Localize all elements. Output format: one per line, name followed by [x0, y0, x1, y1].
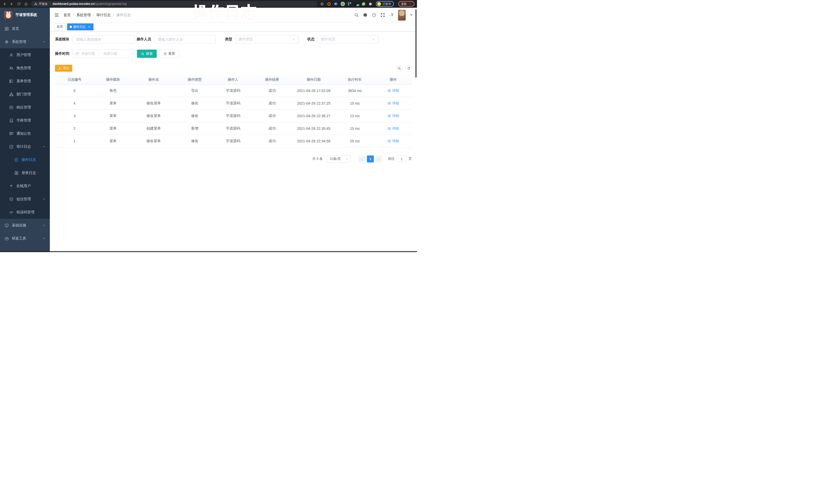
help-icon[interactable]: ? [372, 13, 376, 17]
github-icon[interactable] [363, 13, 367, 17]
view-detail-link[interactable]: 详细 [388, 114, 399, 118]
sidebar-item-dev-tools[interactable]: 研发工具 [0, 232, 50, 245]
sidebar-logo[interactable]: 芋道管理系统 [0, 8, 50, 22]
browser-menu-icon[interactable]: ⋮ [409, 2, 412, 5]
forward-icon[interactable] [10, 2, 14, 6]
bookmark-star-icon[interactable] [320, 2, 324, 6]
view-detail-link[interactable]: 详细 [388, 139, 399, 144]
sidebar-item-infrastructure[interactable]: 基础设施 [0, 219, 50, 232]
sidebar-item-dict-management[interactable]: 字典管理 [0, 114, 50, 127]
cell-action: 详细 [375, 97, 412, 109]
column-header: 日志编号 [55, 75, 94, 84]
refresh-table-button[interactable] [405, 65, 412, 71]
sidebar-item-post-management[interactable]: 岗位管理 [0, 101, 50, 114]
status-label: 状态 [307, 37, 314, 42]
view-detail-link[interactable]: 详细 [388, 126, 399, 131]
screen: 不安全 dashboard.yudao.iocoder.cn /system/l… [0, 0, 417, 252]
tab-home[interactable]: 首页 [54, 23, 66, 30]
extension-icon-1[interactable] [327, 2, 331, 6]
date-separator: - [98, 52, 100, 56]
reload-icon[interactable] [17, 2, 21, 6]
sidebar-item-home[interactable]: 首页 [0, 22, 50, 35]
date-range-picker[interactable]: 开始日期 - 结束日期 [72, 50, 135, 58]
sidebar-item-label: 操作日志 [22, 157, 36, 162]
sidebar-collapse-icon[interactable] [54, 13, 59, 18]
sidebar-item-notice[interactable]: 通知公告 [0, 127, 50, 140]
end-date-placeholder[interactable]: 结束日期 [104, 51, 117, 56]
cell: 新增 [175, 122, 214, 135]
module-label: 系统模块 [55, 37, 69, 42]
tab-operate-log[interactable]: 操作日志× [67, 23, 93, 30]
sidebar-item-label: 岗位管理 [17, 105, 31, 110]
close-icon[interactable]: × [87, 25, 91, 28]
sidebar-item-sms-management[interactable]: 短信管理 [0, 193, 50, 205]
export-button[interactable]: 导出 [55, 65, 72, 72]
cell: 芋道源码 [214, 85, 252, 97]
reset-button[interactable]: 重置 [159, 50, 179, 58]
sidebar-item-online-user[interactable]: 在线用户 [0, 179, 50, 193]
extension-icon-4[interactable] [348, 2, 352, 6]
view-detail-link[interactable]: 详细 [388, 101, 399, 106]
cell: 修改 [175, 110, 214, 122]
fullscreen-icon[interactable] [380, 13, 385, 17]
search-icon[interactable] [354, 13, 359, 17]
view-detail-link[interactable]: 详细 [388, 88, 399, 93]
cell: 修改 [175, 135, 214, 147]
security-label[interactable]: 不安全 [39, 2, 48, 6]
module-input[interactable] [72, 35, 135, 43]
page-number-1[interactable]: 1 [367, 155, 374, 162]
breadcrumb-item[interactable]: 系统管理 [76, 13, 91, 18]
url-host: dashboard.yudao.iocoder.cn [53, 2, 94, 6]
chevron-down-icon [292, 38, 295, 41]
sidebar-menu: 首页系统管理用户管理角色管理菜单管理部门管理岗位管理字典管理通知公告审计日志操作… [0, 22, 50, 245]
breadcrumb-item[interactable]: 审计日志 [96, 13, 111, 18]
sidebar-item-operate-log[interactable]: 操作日志 [0, 153, 50, 166]
type-select[interactable]: 操作类型 [235, 35, 299, 43]
sidebar-item-label: 错误码管理 [17, 210, 35, 215]
sidebar-item-label: 短信管理 [17, 197, 31, 201]
sidebar-item-dept-management[interactable]: 部门管理 [0, 88, 50, 101]
prev-page-button[interactable]: ‹ [358, 155, 365, 162]
extension-icon-6[interactable] [361, 2, 366, 6]
breadcrumb-separator: / [113, 13, 114, 17]
start-date-placeholder[interactable]: 开始日期 [82, 51, 95, 56]
sidebar-item-system-management[interactable]: 系统管理 [0, 35, 50, 48]
cell: 修改菜单 [132, 135, 175, 147]
cell: 芋道源码 [214, 122, 252, 135]
overlay-title: 操作日志 [193, 2, 258, 22]
font-size-icon[interactable]: тT [389, 13, 394, 17]
browser-profile-button[interactable]: 已暂停 [376, 1, 394, 7]
address-bar[interactable]: 不安全 dashboard.yudao.iocoder.cn /system/l… [31, 1, 317, 7]
status-select[interactable]: 操作状态 [317, 35, 378, 43]
sidebar-item-login-log[interactable]: 登录日志 [0, 166, 50, 179]
sidebar-item-role-management[interactable]: 角色管理 [0, 61, 50, 74]
svg-text:т: т [390, 14, 391, 17]
cell: 创建菜单 [132, 122, 175, 135]
column-header: 操作模块 [94, 75, 132, 84]
back-icon[interactable] [3, 2, 6, 6]
user-avatar[interactable] [398, 10, 406, 21]
page-size-select[interactable]: 10条/页 [327, 155, 351, 162]
sidebar-item-menu-management[interactable]: 菜单管理 [0, 74, 50, 88]
sidebar-item-error-code-management[interactable]: 错误码管理 [0, 205, 50, 219]
avatar-caret-icon[interactable] [410, 15, 413, 16]
browser-update-button[interactable]: 更新 ⋮ [398, 1, 414, 7]
toggle-search-button[interactable] [396, 65, 402, 71]
search-button[interactable]: 搜索 [137, 50, 157, 58]
extension-icon-3[interactable] [341, 2, 345, 6]
sidebar-item-label: 登录日志 [22, 171, 36, 175]
sidebar-item-user-management[interactable]: 用户管理 [0, 48, 50, 61]
online-user-icon [9, 184, 13, 188]
next-page-button[interactable]: › [375, 155, 382, 162]
scrollbar-thumb[interactable] [415, 9, 417, 78]
extension-icon-5[interactable]: on [355, 2, 359, 6]
extension-icon-2[interactable] [334, 2, 338, 6]
operator-input[interactable] [154, 35, 216, 43]
breadcrumb-item[interactable]: 首页 [63, 13, 71, 18]
puzzle-extensions-icon[interactable] [369, 2, 372, 6]
refresh-icon [407, 67, 410, 70]
page-content: 系统模块 操作人员 类型 操作类型 状态 操作状态 [50, 31, 417, 252]
home-icon[interactable] [24, 2, 28, 6]
goto-page-input[interactable] [396, 155, 407, 162]
sidebar-item-audit-log[interactable]: 审计日志 [0, 140, 50, 153]
